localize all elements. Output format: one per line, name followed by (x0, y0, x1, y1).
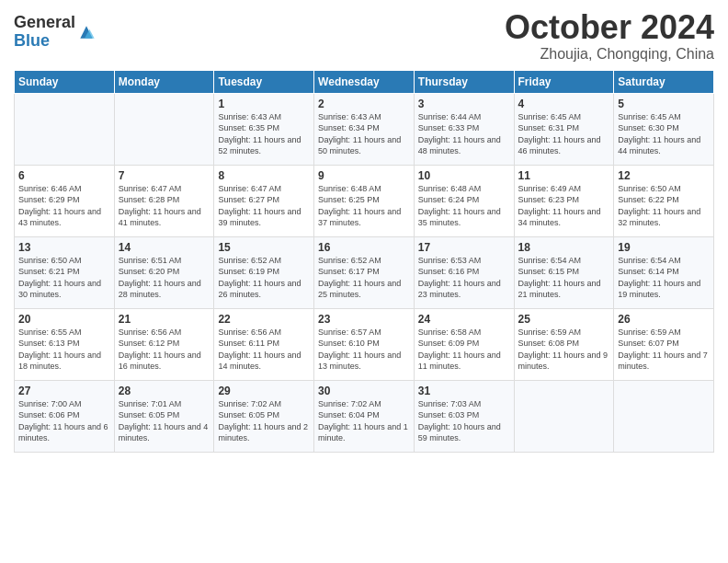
logo-general-text: General (14, 14, 75, 32)
day-number: 13 (18, 241, 110, 254)
calendar-cell: 5Sunrise: 6:45 AM Sunset: 6:30 PM Daylig… (614, 93, 714, 165)
day-info: Sunrise: 6:58 AM Sunset: 6:09 PM Dayligh… (418, 327, 510, 373)
day-info: Sunrise: 6:54 AM Sunset: 6:15 PM Dayligh… (518, 255, 610, 301)
day-number: 21 (119, 313, 210, 326)
calendar-header-wednesday: Wednesday (314, 70, 415, 93)
day-number: 30 (318, 385, 410, 397)
calendar-cell: 18Sunrise: 6:54 AM Sunset: 6:15 PM Dayli… (514, 236, 614, 308)
calendar-cell: 14Sunrise: 6:51 AM Sunset: 6:20 PM Dayli… (114, 236, 214, 308)
calendar-cell: 28Sunrise: 7:01 AM Sunset: 6:05 PM Dayli… (114, 380, 214, 452)
calendar-week-0: 1Sunrise: 6:43 AM Sunset: 6:35 PM Daylig… (15, 93, 714, 165)
calendar-header-sunday: Sunday (15, 70, 115, 93)
calendar-cell (614, 380, 714, 452)
calendar-cell: 2Sunrise: 6:43 AM Sunset: 6:34 PM Daylig… (314, 93, 415, 165)
day-info: Sunrise: 6:59 AM Sunset: 6:07 PM Dayligh… (618, 327, 710, 373)
month-title: October 2024 (505, 9, 714, 46)
header: General Blue October 2024 Zhoujia, Chong… (14, 9, 714, 63)
calendar-cell: 6Sunrise: 6:46 AM Sunset: 6:29 PM Daylig… (15, 165, 115, 236)
day-info: Sunrise: 6:46 AM Sunset: 6:29 PM Dayligh… (18, 183, 110, 229)
calendar-cell: 9Sunrise: 6:48 AM Sunset: 6:25 PM Daylig… (314, 165, 415, 236)
day-info: Sunrise: 7:01 AM Sunset: 6:05 PM Dayligh… (119, 398, 210, 444)
calendar-cell: 1Sunrise: 6:43 AM Sunset: 6:35 PM Daylig… (214, 93, 314, 165)
calendar-week-1: 6Sunrise: 6:46 AM Sunset: 6:29 PM Daylig… (15, 165, 714, 236)
day-number: 6 (18, 169, 110, 182)
calendar-cell: 23Sunrise: 6:57 AM Sunset: 6:10 PM Dayli… (314, 308, 415, 380)
day-number: 19 (618, 241, 710, 254)
calendar-cell: 10Sunrise: 6:48 AM Sunset: 6:24 PM Dayli… (414, 165, 514, 236)
day-info: Sunrise: 7:00 AM Sunset: 6:06 PM Dayligh… (18, 398, 110, 444)
calendar-cell: 15Sunrise: 6:52 AM Sunset: 6:19 PM Dayli… (214, 236, 314, 308)
day-info: Sunrise: 6:56 AM Sunset: 6:12 PM Dayligh… (119, 327, 210, 373)
day-number: 28 (119, 385, 210, 397)
day-info: Sunrise: 6:48 AM Sunset: 6:24 PM Dayligh… (418, 183, 510, 229)
calendar-cell: 22Sunrise: 6:56 AM Sunset: 6:11 PM Dayli… (214, 308, 314, 380)
calendar-cell: 31Sunrise: 7:03 AM Sunset: 6:03 PM Dayli… (414, 380, 514, 452)
day-number: 22 (218, 313, 310, 326)
day-number: 8 (218, 169, 310, 182)
calendar-cell (15, 93, 115, 165)
day-info: Sunrise: 7:02 AM Sunset: 6:05 PM Dayligh… (218, 398, 310, 444)
day-info: Sunrise: 6:47 AM Sunset: 6:27 PM Dayligh… (218, 183, 310, 229)
day-info: Sunrise: 6:57 AM Sunset: 6:10 PM Dayligh… (318, 327, 410, 373)
calendar-cell: 26Sunrise: 6:59 AM Sunset: 6:07 PM Dayli… (614, 308, 714, 380)
day-number: 12 (618, 169, 710, 182)
day-number: 23 (318, 313, 410, 326)
day-info: Sunrise: 6:44 AM Sunset: 6:33 PM Dayligh… (418, 111, 510, 157)
calendar-week-2: 13Sunrise: 6:50 AM Sunset: 6:21 PM Dayli… (15, 236, 714, 308)
day-info: Sunrise: 6:53 AM Sunset: 6:16 PM Dayligh… (418, 255, 510, 301)
day-number: 29 (218, 385, 310, 397)
calendar-cell: 24Sunrise: 6:58 AM Sunset: 6:09 PM Dayli… (414, 308, 514, 380)
logo: General Blue (14, 14, 96, 51)
calendar-header-row: SundayMondayTuesdayWednesdayThursdayFrid… (15, 70, 714, 93)
day-number: 3 (418, 98, 510, 110)
day-info: Sunrise: 6:47 AM Sunset: 6:28 PM Dayligh… (119, 183, 210, 229)
day-number: 20 (18, 313, 110, 326)
day-number: 31 (418, 385, 510, 397)
day-info: Sunrise: 6:51 AM Sunset: 6:20 PM Dayligh… (119, 255, 210, 301)
day-info: Sunrise: 6:56 AM Sunset: 6:11 PM Dayligh… (218, 327, 310, 373)
day-info: Sunrise: 6:59 AM Sunset: 6:08 PM Dayligh… (518, 327, 610, 373)
calendar-header-saturday: Saturday (614, 70, 714, 93)
calendar-cell: 13Sunrise: 6:50 AM Sunset: 6:21 PM Dayli… (15, 236, 115, 308)
calendar-cell: 25Sunrise: 6:59 AM Sunset: 6:08 PM Dayli… (514, 308, 614, 380)
day-number: 5 (618, 98, 710, 110)
day-info: Sunrise: 6:48 AM Sunset: 6:25 PM Dayligh… (318, 183, 410, 229)
day-number: 11 (518, 169, 610, 182)
day-number: 24 (418, 313, 510, 326)
day-number: 10 (418, 169, 510, 182)
day-info: Sunrise: 6:52 AM Sunset: 6:19 PM Dayligh… (218, 255, 310, 301)
calendar-cell: 7Sunrise: 6:47 AM Sunset: 6:28 PM Daylig… (114, 165, 214, 236)
day-number: 14 (119, 241, 210, 254)
logo-icon (77, 23, 96, 41)
calendar-cell: 27Sunrise: 7:00 AM Sunset: 6:06 PM Dayli… (15, 380, 115, 452)
calendar-week-4: 27Sunrise: 7:00 AM Sunset: 6:06 PM Dayli… (15, 380, 714, 452)
day-number: 2 (318, 98, 410, 110)
calendar-cell: 12Sunrise: 6:50 AM Sunset: 6:22 PM Dayli… (614, 165, 714, 236)
day-info: Sunrise: 6:45 AM Sunset: 6:31 PM Dayligh… (518, 111, 610, 157)
day-number: 1 (218, 98, 310, 110)
calendar-cell: 16Sunrise: 6:52 AM Sunset: 6:17 PM Dayli… (314, 236, 415, 308)
day-info: Sunrise: 6:43 AM Sunset: 6:34 PM Dayligh… (318, 111, 410, 157)
title-block: October 2024 Zhoujia, Chongqing, China (505, 9, 714, 63)
calendar-cell: 4Sunrise: 6:45 AM Sunset: 6:31 PM Daylig… (514, 93, 614, 165)
day-number: 7 (119, 169, 210, 182)
calendar-cell: 17Sunrise: 6:53 AM Sunset: 6:16 PM Dayli… (414, 236, 514, 308)
calendar-cell: 8Sunrise: 6:47 AM Sunset: 6:27 PM Daylig… (214, 165, 314, 236)
page: General Blue October 2024 Zhoujia, Chong… (0, 0, 728, 563)
calendar-cell: 21Sunrise: 6:56 AM Sunset: 6:12 PM Dayli… (114, 308, 214, 380)
day-number: 26 (618, 313, 710, 326)
calendar-header-friday: Friday (514, 70, 614, 93)
calendar-table: SundayMondayTuesdayWednesdayThursdayFrid… (14, 70, 714, 453)
calendar-cell: 29Sunrise: 7:02 AM Sunset: 6:05 PM Dayli… (214, 380, 314, 452)
calendar-cell: 30Sunrise: 7:02 AM Sunset: 6:04 PM Dayli… (314, 380, 415, 452)
day-info: Sunrise: 6:43 AM Sunset: 6:35 PM Dayligh… (218, 111, 310, 157)
calendar-cell: 11Sunrise: 6:49 AM Sunset: 6:23 PM Dayli… (514, 165, 614, 236)
day-info: Sunrise: 6:54 AM Sunset: 6:14 PM Dayligh… (618, 255, 710, 301)
calendar-header-thursday: Thursday (414, 70, 514, 93)
day-info: Sunrise: 6:49 AM Sunset: 6:23 PM Dayligh… (518, 183, 610, 229)
day-info: Sunrise: 6:55 AM Sunset: 6:13 PM Dayligh… (18, 327, 110, 373)
day-number: 15 (218, 241, 310, 254)
calendar-week-3: 20Sunrise: 6:55 AM Sunset: 6:13 PM Dayli… (15, 308, 714, 380)
logo-blue-text: Blue (14, 32, 75, 51)
day-number: 4 (518, 98, 610, 110)
